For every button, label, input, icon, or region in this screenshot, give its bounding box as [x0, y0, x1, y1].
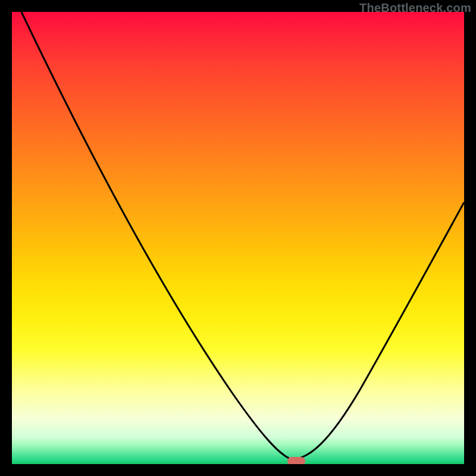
attribution-watermark: TheBottleneck.com	[359, 1, 471, 15]
chart-frame: TheBottleneck.com	[0, 0, 476, 476]
plot-area	[12, 12, 464, 464]
optimum-marker	[287, 457, 305, 464]
curve-path	[21, 12, 464, 459]
bottleneck-curve	[12, 12, 464, 464]
